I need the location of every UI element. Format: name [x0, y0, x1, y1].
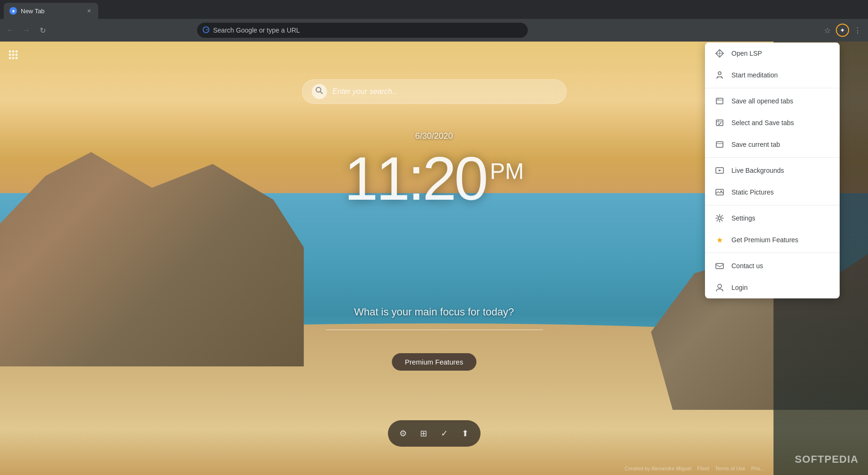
- back-button[interactable]: ←: [4, 24, 17, 37]
- chrome-menu-button[interactable]: ⋮: [851, 24, 864, 37]
- privacy-link[interactable]: Priv...: [751, 466, 764, 471]
- menu-item-save-all-tabs-label: Save all opened tabs: [731, 97, 830, 105]
- omnibox[interactable]: Search Google or type a URL: [197, 23, 528, 38]
- check-bottom-icon: ✓: [441, 428, 448, 439]
- search-container: Enter your search...: [302, 79, 567, 104]
- active-tab[interactable]: ★ New Tab ✕: [4, 3, 98, 19]
- page-footer: Created by Alexandre Miguel Flixel Terms…: [625, 466, 764, 471]
- settings-bottom-button[interactable]: ⚙: [394, 424, 413, 443]
- date-display: 6/30/2020: [415, 131, 453, 141]
- menu-divider-1: [705, 88, 840, 88]
- svg-point-11: [718, 72, 721, 75]
- search-icon: [315, 86, 324, 97]
- menu-item-contact-us[interactable]: Contact us: [705, 255, 840, 277]
- search-placeholder-text: Enter your search...: [333, 87, 399, 96]
- tab-favicon: ★: [9, 7, 17, 15]
- menu-item-select-save-tabs-label: Select and Save tabs: [731, 119, 830, 127]
- svg-rect-14: [716, 142, 723, 147]
- clock-display: 11:20PM: [344, 143, 524, 214]
- content-area: ⚙ Enter your search... 6/30/2020 11:20P: [0, 42, 868, 475]
- clock-time: 11:20: [344, 144, 486, 213]
- menu-item-save-all-tabs[interactable]: Save all opened tabs: [705, 90, 840, 112]
- menu-item-static-pictures[interactable]: Static Pictures: [705, 181, 840, 203]
- forward-button[interactable]: →: [20, 24, 33, 37]
- menu-item-live-backgrounds[interactable]: Live Backgrounds: [705, 160, 840, 181]
- flixel-link[interactable]: Flixel: [697, 466, 709, 471]
- svg-point-8: [12, 57, 15, 59]
- grid-bottom-button[interactable]: ⊞: [414, 424, 433, 443]
- tab-close-button[interactable]: ✕: [85, 7, 93, 15]
- menu-item-get-premium[interactable]: ★ Get Premium Features: [705, 229, 840, 251]
- svg-rect-13: [716, 120, 723, 126]
- created-by: Created by Alexandre Miguel: [625, 466, 691, 471]
- upload-bottom-icon: ⬆: [462, 428, 469, 439]
- save-current-tab-icon: [714, 139, 725, 150]
- dropdown-menu: Open LSP Start meditation: [705, 42, 840, 298]
- svg-point-7: [9, 57, 11, 59]
- save-all-tabs-icon: [714, 96, 725, 106]
- login-icon: [714, 282, 725, 293]
- search-bar[interactable]: Enter your search...: [302, 79, 567, 104]
- grid-bottom-icon: ⊞: [420, 428, 427, 439]
- menu-item-static-pictures-label: Static Pictures: [731, 188, 830, 196]
- check-bottom-button[interactable]: ✓: [435, 424, 454, 443]
- svg-point-5: [12, 54, 15, 56]
- omnibox-text: Search Google or type a URL: [213, 26, 300, 34]
- menu-item-get-premium-label: Get Premium Features: [731, 236, 830, 244]
- toolbar-right: ☆ ✦ ⋮: [821, 24, 864, 37]
- terms-link[interactable]: Terms of Use: [715, 466, 746, 471]
- menu-item-save-current-tab[interactable]: Save current tab: [705, 134, 840, 155]
- contact-us-icon: [714, 261, 725, 271]
- menu-item-login-label: Login: [731, 284, 830, 291]
- svg-point-6: [16, 54, 18, 56]
- menu-item-open-lsp[interactable]: Open LSP: [705, 42, 840, 64]
- menu-item-save-current-tab-label: Save current tab: [731, 141, 830, 148]
- menu-item-login[interactable]: Login: [705, 277, 840, 298]
- select-save-tabs-icon: [714, 118, 725, 128]
- menu-divider-4: [705, 253, 840, 253]
- menu-item-start-meditation-label: Start meditation: [731, 71, 830, 79]
- svg-rect-12: [716, 98, 723, 104]
- menu-item-start-meditation[interactable]: Start meditation: [705, 64, 840, 86]
- static-pictures-icon: [714, 187, 725, 197]
- svg-point-2: [12, 51, 15, 53]
- premium-star-icon: ★: [714, 235, 725, 245]
- settings-bottom-icon: ⚙: [399, 428, 407, 439]
- menu-item-settings[interactable]: Settings: [705, 207, 840, 229]
- extension-button[interactable]: ✦: [836, 24, 849, 37]
- chrome-menu-icon: ⋮: [854, 26, 861, 35]
- bookmark-button[interactable]: ☆: [821, 24, 834, 37]
- dot-grid-icon[interactable]: [6, 47, 21, 62]
- extension-icon: ✦: [840, 26, 845, 34]
- svg-point-18: [718, 217, 721, 220]
- bookmark-icon: ☆: [824, 26, 831, 35]
- search-icon-wrapper: [312, 84, 327, 99]
- menu-item-select-save-tabs[interactable]: Select and Save tabs: [705, 112, 840, 134]
- focus-question-text: What is your main focus for today?: [354, 306, 514, 318]
- premium-button[interactable]: Premium Features: [392, 353, 476, 371]
- svg-point-1: [9, 51, 11, 53]
- google-icon: [203, 26, 209, 34]
- tab-title: New Tab: [21, 8, 81, 15]
- focus-input-line[interactable]: [326, 330, 543, 330]
- svg-point-4: [9, 54, 11, 56]
- menu-item-live-backgrounds-label: Live Backgrounds: [731, 167, 830, 174]
- svg-rect-19: [716, 263, 723, 269]
- tab-bar: ★ New Tab ✕: [0, 0, 868, 19]
- refresh-icon: ↻: [40, 26, 46, 35]
- refresh-button[interactable]: ↻: [36, 24, 49, 37]
- live-backgrounds-icon: [714, 165, 725, 176]
- menu-item-settings-label: Settings: [731, 214, 830, 222]
- address-bar: ← → ↻ Search Google or type a URL ☆ ✦: [0, 19, 868, 42]
- svg-point-17: [721, 191, 722, 192]
- menu-item-open-lsp-label: Open LSP: [731, 50, 830, 57]
- browser-frame: ★ New Tab ✕ ← → ↻ Search Google or type …: [0, 0, 868, 475]
- softpedia-watermark: SOFTPEDIA: [795, 453, 859, 466]
- upload-bottom-button[interactable]: ⬆: [456, 424, 475, 443]
- settings-menu-icon: [714, 213, 725, 223]
- bottom-toolbar: ⚙ ⊞ ✓ ⬆: [388, 420, 481, 447]
- svg-point-20: [718, 284, 722, 288]
- menu-divider-2: [705, 157, 840, 158]
- menu-item-contact-us-label: Contact us: [731, 262, 830, 270]
- open-lsp-icon: [714, 48, 725, 59]
